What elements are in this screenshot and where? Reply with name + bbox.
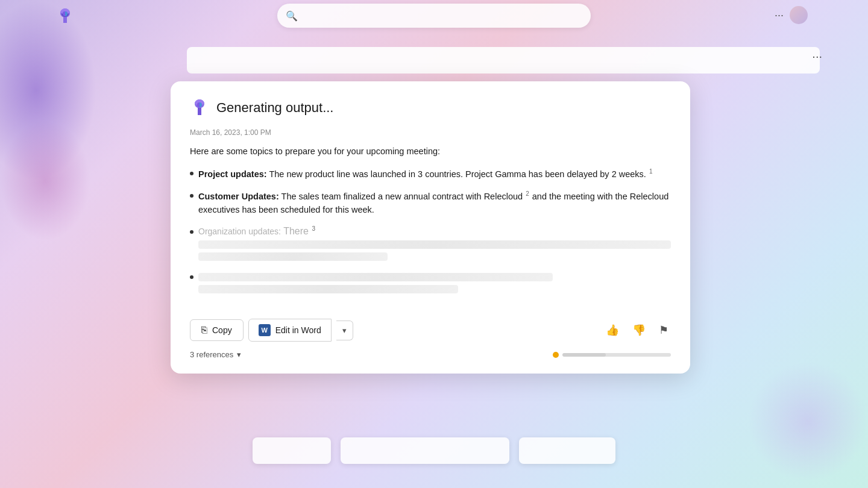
edit-in-word-button[interactable]: W Edit in Word bbox=[248, 319, 332, 342]
chevron-down-icon: ▾ bbox=[342, 326, 347, 335]
bullet-dot-icon bbox=[190, 230, 193, 234]
references-row: 3 references ▾ bbox=[190, 350, 671, 359]
progress-track bbox=[562, 353, 671, 357]
word-icon: W bbox=[259, 324, 271, 336]
references-link[interactable]: 3 references ▾ bbox=[190, 350, 241, 359]
progress-dot-icon bbox=[553, 352, 559, 358]
bullet-3-content: Organization updates: There 3 bbox=[198, 225, 671, 264]
main-card: Generating output... March 16, 2023, 1:0… bbox=[171, 81, 690, 374]
bullet-1-ref: 1 bbox=[649, 168, 653, 175]
bullet-2-content: Customer Updates: The sales team finaliz… bbox=[198, 189, 671, 217]
reaction-buttons: 👍 👎 ⚑ bbox=[603, 321, 671, 339]
flag-icon: ⚑ bbox=[659, 324, 668, 337]
skeleton-line-4 bbox=[198, 285, 458, 293]
card-title: Generating output... bbox=[216, 100, 333, 116]
app-logo bbox=[54, 5, 76, 27]
skeleton-line-1 bbox=[198, 240, 671, 249]
timestamp: March 16, 2023, 1:00 PM bbox=[190, 128, 671, 137]
copy-icon: ⎘ bbox=[201, 325, 207, 336]
more-options-icon[interactable]: ··· bbox=[775, 9, 784, 22]
list-item: Customer Updates: The sales team finaliz… bbox=[190, 189, 671, 217]
copy-button[interactable]: ⎘ Copy bbox=[190, 319, 244, 341]
progress-bar bbox=[553, 352, 671, 358]
bullet-1-content: Project updates: The new product line wa… bbox=[198, 167, 653, 181]
copilot-logo-icon bbox=[190, 98, 209, 117]
skeleton-line-3 bbox=[198, 273, 553, 281]
list-item bbox=[190, 271, 671, 297]
progress-fill bbox=[562, 353, 606, 357]
bullet-dot-icon bbox=[190, 172, 193, 175]
references-label: 3 references bbox=[190, 350, 233, 359]
bullet-3-label: Organization updates: bbox=[198, 227, 281, 236]
card-header: Generating output... bbox=[190, 98, 671, 117]
bullet-3-text: There bbox=[283, 226, 309, 236]
bullet-dot-icon bbox=[190, 275, 193, 279]
intro-text: Here are some topics to prepare you for … bbox=[190, 145, 671, 158]
top-content-bar bbox=[187, 47, 820, 74]
bottom-suggestions bbox=[253, 437, 615, 464]
skeleton-line-2 bbox=[198, 252, 388, 261]
thumbs-down-button[interactable]: 👎 bbox=[630, 321, 648, 339]
list-item: Project updates: The new product line wa… bbox=[190, 167, 671, 181]
bullet-dot-icon bbox=[190, 194, 193, 198]
three-dots-button[interactable]: ··· bbox=[812, 49, 822, 63]
footer-actions: ⎘ Copy W Edit in Word ▾ bbox=[190, 319, 353, 342]
avatar[interactable] bbox=[790, 6, 808, 24]
thumbs-up-button[interactable]: 👍 bbox=[603, 321, 621, 339]
top-right-controls: ··· bbox=[775, 6, 808, 24]
thumbs-up-icon: 👍 bbox=[606, 324, 619, 337]
bullet-2-ref: 2 bbox=[526, 190, 529, 197]
bullet-1-text: The new product line was launched in 3 c… bbox=[269, 169, 646, 179]
bullet-4-content bbox=[198, 271, 671, 297]
top-bar: 🔍 ··· bbox=[0, 0, 868, 31]
bullet-2-text: The sales team finalized a new annual co… bbox=[281, 192, 523, 201]
thumbs-down-icon: 👎 bbox=[632, 324, 646, 337]
suggestion-button-3[interactable] bbox=[519, 437, 615, 464]
suggestion-button-1[interactable] bbox=[253, 437, 331, 464]
list-item: Organization updates: There 3 bbox=[190, 225, 671, 264]
edit-word-dropdown-button[interactable]: ▾ bbox=[336, 321, 353, 340]
copy-label: Copy bbox=[212, 325, 232, 335]
bullet-1-label: Project updates: bbox=[198, 169, 267, 179]
suggestion-button-2[interactable] bbox=[341, 437, 509, 464]
search-bar[interactable]: 🔍 bbox=[277, 4, 591, 28]
bullet-3-ref: 3 bbox=[312, 225, 315, 232]
edit-word-label: Edit in Word bbox=[275, 325, 321, 335]
bullet-list: Project updates: The new product line wa… bbox=[190, 167, 671, 297]
card-footer: ⎘ Copy W Edit in Word ▾ 👍 👎 ⚑ bbox=[190, 310, 671, 342]
references-chevron-icon: ▾ bbox=[237, 350, 241, 359]
flag-button[interactable]: ⚑ bbox=[656, 321, 671, 339]
bullet-2-label: Customer Updates: bbox=[198, 192, 279, 201]
search-icon: 🔍 bbox=[286, 10, 298, 22]
